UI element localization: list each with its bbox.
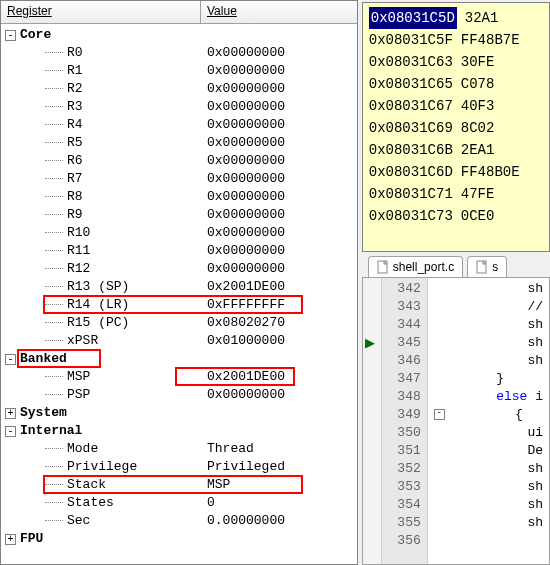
tree-toggle-icon[interactable]: - [5,30,16,41]
memory-line[interactable]: 0x08031C5D32A1 [369,7,543,29]
fold-toggle-icon[interactable]: - [434,409,445,420]
register-name: R5 [67,134,83,152]
code-line[interactable]: - { [434,406,543,424]
editor-tab[interactable]: s [467,256,507,277]
memory-panel[interactable]: 0x08031C5D32A10x08031C5FFF48B7E0x08031C6… [362,2,550,252]
memory-line[interactable]: 0x08031C7147FE [369,183,543,205]
code-line[interactable]: sh [434,460,543,478]
tree-item[interactable]: R100x00000000 [1,224,357,242]
register-value: 0x00000000 [201,386,357,404]
code-line[interactable]: sh [434,352,543,370]
line-number[interactable]: 354 [384,496,421,514]
register-name: R6 [67,152,83,170]
register-name: Stack [67,476,106,494]
tree-group[interactable]: +System [1,404,357,422]
code-line[interactable]: sh [434,478,543,496]
memory-bytes: 30FE [461,51,495,73]
register-value: 0x01000000 [201,332,357,350]
line-number[interactable]: 356 [384,532,421,550]
register-name: xPSR [67,332,98,350]
editor[interactable]: ▶ 34234334434534634734834935035135235335… [362,278,550,565]
memory-address: 0x08031C67 [369,95,453,117]
code-line[interactable]: sh [434,316,543,334]
tree-item[interactable]: R15 (PC)0x08020270 [1,314,357,332]
line-number[interactable]: 352 [384,460,421,478]
code-line[interactable]: sh [434,334,543,352]
register-header-value[interactable]: Value [201,1,357,23]
tree-item[interactable]: R80x00000000 [1,188,357,206]
tree-group[interactable]: -Core [1,26,357,44]
tree-toggle-icon[interactable]: + [5,534,16,545]
line-number[interactable]: 350 [384,424,421,442]
line-number[interactable]: 347 [384,370,421,388]
line-number[interactable]: 342 [384,280,421,298]
tree-item[interactable]: R120x00000000 [1,260,357,278]
tree-item[interactable]: R110x00000000 [1,242,357,260]
tree-item[interactable]: PrivilegePrivileged [1,458,357,476]
register-value: 0 [201,494,357,512]
memory-line[interactable]: 0x08031C65C078 [369,73,543,95]
memory-address: 0x08031C6B [369,139,453,161]
tree-toggle-icon[interactable]: + [5,408,16,419]
code-line[interactable]: ui [434,424,543,442]
tree-item[interactable]: R00x00000000 [1,44,357,62]
register-name: R11 [67,242,90,260]
code-line[interactable]: } [434,370,543,388]
tree-item[interactable]: R50x00000000 [1,134,357,152]
code-line[interactable]: sh [434,280,543,298]
tree-item[interactable]: R60x00000000 [1,152,357,170]
code-line[interactable]: else i [434,388,543,406]
line-number[interactable]: 345 [384,334,421,352]
tree-item[interactable]: PSP0x00000000 [1,386,357,404]
code-line[interactable]: // [434,298,543,316]
tree-item[interactable]: R20x00000000 [1,80,357,98]
code-column[interactable]: sh // sh sh sh } else i- { ui De sh sh s… [428,278,549,564]
line-number[interactable]: 344 [384,316,421,334]
memory-line[interactable]: 0x08031C698C02 [369,117,543,139]
line-number[interactable]: 343 [384,298,421,316]
tree-item[interactable]: R70x00000000 [1,170,357,188]
memory-line[interactable]: 0x08031C6740F3 [369,95,543,117]
tab-strip[interactable]: shell_port.cs [362,254,550,278]
register-header[interactable]: Register Value [1,1,357,24]
tree-group[interactable]: -Banked [1,350,357,368]
tree-item[interactable]: Sec0.00000000 [1,512,357,530]
tree-item[interactable]: R90x00000000 [1,206,357,224]
memory-line[interactable]: 0x08031C730CE0 [369,205,543,227]
tree-group[interactable]: -Internal [1,422,357,440]
layout: Register Value -CoreR00x00000000R10x0000… [0,0,550,565]
line-number[interactable]: 355 [384,514,421,532]
group-label: System [20,404,67,422]
register-header-register[interactable]: Register [1,1,201,23]
code-line[interactable]: sh [434,496,543,514]
tree-item[interactable]: R10x00000000 [1,62,357,80]
tree-item[interactable]: StackMSP [1,476,357,494]
tree-toggle-icon[interactable]: - [5,426,16,437]
tree-item[interactable]: MSP0x2001DE00 [1,368,357,386]
tree-item[interactable]: R13 (SP)0x2001DE00 [1,278,357,296]
tree-item[interactable]: ModeThread [1,440,357,458]
line-number[interactable]: 349 [384,406,421,424]
line-number[interactable]: 353 [384,478,421,496]
editor-tab[interactable]: shell_port.c [368,256,463,277]
tree-item[interactable]: States0 [1,494,357,512]
tree-group[interactable]: +FPU [1,530,357,548]
line-gutter[interactable]: 3423433443453463473483493503513523533543… [382,278,428,564]
memory-line[interactable]: 0x08031C5FFF48B7E [369,29,543,51]
register-tree[interactable]: -CoreR00x00000000R10x00000000R20x0000000… [1,24,357,565]
code-line[interactable]: sh [434,514,543,532]
memory-line[interactable]: 0x08031C6330FE [369,51,543,73]
group-label: Banked [20,350,67,368]
line-number[interactable]: 348 [384,388,421,406]
register-name: R10 [67,224,90,242]
tree-toggle-icon[interactable]: - [5,354,16,365]
tree-item[interactable]: xPSR0x01000000 [1,332,357,350]
tree-item[interactable]: R40x00000000 [1,116,357,134]
memory-line[interactable]: 0x08031C6B2EA1 [369,139,543,161]
line-number[interactable]: 351 [384,442,421,460]
memory-line[interactable]: 0x08031C6DFF48B0E [369,161,543,183]
code-line[interactable]: De [434,442,543,460]
tree-item[interactable]: R14 (LR)0xFFFFFFFF [1,296,357,314]
tree-item[interactable]: R30x00000000 [1,98,357,116]
line-number[interactable]: 346 [384,352,421,370]
